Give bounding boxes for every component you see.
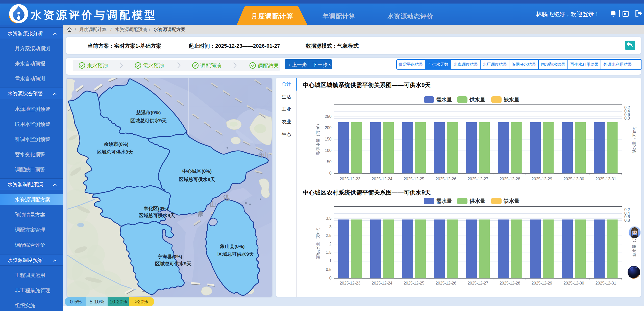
svg-text:区域总可供水9天: 区域总可供水9天 — [217, 251, 254, 257]
svg-text:2.5: 2.5 — [326, 233, 331, 238]
svg-text:2025-12-31: 2025-12-31 — [596, 281, 616, 285]
svg-text:3.5: 3.5 — [326, 216, 331, 220]
svg-text:区域总可供水9天: 区域总可供水9天 — [155, 261, 191, 266]
svg-text:区域总可供水9天: 区域总可供水9天 — [130, 118, 167, 123]
svg-text:象山县(0%): 象山县(0%) — [220, 244, 244, 249]
svg-text:50: 50 — [327, 160, 332, 164]
svg-text:需水量: 需水量 — [436, 97, 452, 102]
svg-text:0.8: 0.8 — [624, 218, 630, 222]
svg-text:需/供水量（万m³）: 需/供水量（万m³） — [316, 225, 320, 259]
svg-text:0.5: 0.5 — [326, 267, 331, 272]
svg-text:供水量: 供水量 — [469, 97, 485, 102]
svg-text:150: 150 — [325, 137, 332, 141]
svg-text:2025-12-27: 2025-12-27 — [467, 177, 488, 181]
svg-text:2025-12-26: 2025-12-26 — [436, 281, 456, 285]
svg-text:2025-12-29: 2025-12-29 — [532, 177, 552, 181]
svg-text:山: 山 — [210, 201, 216, 208]
svg-text:0: 0 — [329, 171, 332, 175]
svg-text:余姚市(0%): 余姚市(0%) — [104, 142, 128, 147]
svg-text:中心城区城镇系统供需平衡关系图——可供水9天: 中心城区城镇系统供需平衡关系图——可供水9天 — [303, 82, 431, 88]
svg-text:中心城区(0%): 中心城区(0%) — [182, 168, 212, 174]
svg-text:1: 1 — [329, 259, 332, 263]
svg-text:需/供水量（万m³）: 需/供水量（万m³） — [316, 122, 320, 156]
svg-text:需水量: 需水量 — [436, 198, 452, 204]
svg-text:200: 200 — [325, 126, 332, 130]
svg-text:3: 3 — [329, 225, 332, 229]
svg-text:2025-12-29: 2025-12-29 — [532, 281, 552, 285]
svg-text:区域总可供水9天: 区域总可供水9天 — [97, 149, 133, 155]
svg-text:供水量: 供水量 — [469, 198, 485, 204]
svg-text:区域总可供水9天: 区域总可供水9天 — [139, 213, 175, 218]
svg-text:慈溪市(0%): 慈溪市(0%) — [136, 110, 161, 115]
svg-text:2025-12-31: 2025-12-31 — [596, 177, 616, 181]
svg-text:2: 2 — [329, 242, 332, 246]
svg-text:象: 象 — [197, 210, 204, 217]
svg-text:区域总可供水9天: 区域总可供水9天 — [179, 177, 215, 182]
svg-text:2025-12-26: 2025-12-26 — [436, 177, 456, 181]
svg-text:1.5: 1.5 — [326, 250, 331, 255]
svg-text:2025-12-27: 2025-12-27 — [467, 281, 488, 285]
svg-text:港: 港 — [223, 194, 230, 201]
svg-text:2025-12-23: 2025-12-23 — [340, 177, 360, 181]
svg-text:2025-12-28: 2025-12-28 — [500, 177, 520, 181]
svg-text:0.8: 0.8 — [624, 116, 630, 120]
svg-text:缺水量: 缺水量 — [503, 198, 519, 204]
svg-text:宁海县(0%): 宁海县(0%) — [158, 254, 182, 259]
svg-text:2025-12-25: 2025-12-25 — [404, 281, 424, 285]
svg-text:奉化区(0%): 奉化区(0%) — [143, 206, 168, 211]
svg-text:2025-12-30: 2025-12-30 — [563, 281, 584, 285]
svg-text:0: 0 — [329, 276, 332, 280]
svg-text:2025-12-25: 2025-12-25 — [404, 177, 424, 181]
svg-text:月度调配计算: 月度调配计算 — [251, 12, 293, 20]
svg-text:缺水量: 缺水量 — [503, 97, 519, 102]
svg-text:2025-12-24: 2025-12-24 — [372, 177, 392, 181]
svg-text:250: 250 — [325, 114, 332, 119]
svg-text:2025-12-30: 2025-12-30 — [563, 177, 584, 181]
svg-text:2025-12-23: 2025-12-23 — [340, 281, 360, 285]
svg-text:舟山: 舟山 — [257, 152, 269, 158]
svg-text:2025-12-28: 2025-12-28 — [500, 281, 520, 285]
svg-text:中心城区农村系统供需平衡关系图——可供水9天: 中心城区农村系统供需平衡关系图——可供水9天 — [303, 189, 431, 196]
svg-text:100: 100 — [325, 148, 332, 153]
svg-text:缺水量（万m³）: 缺水量（万m³） — [632, 124, 636, 153]
svg-text:2025-12-24: 2025-12-24 — [372, 281, 392, 285]
